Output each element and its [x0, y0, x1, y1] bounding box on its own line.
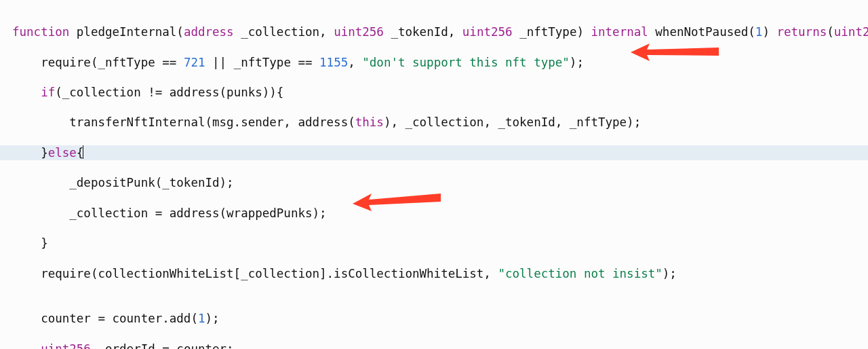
code-line: transferNftInternal(msg.sender, address(… [12, 115, 868, 130]
code-line: require(_nftType == 721 || _nftType == 1… [12, 55, 868, 70]
code-line: } [12, 236, 868, 251]
code-line: require(collectionWhiteList[_collection]… [12, 266, 868, 281]
text-cursor [83, 145, 83, 159]
code-line-highlighted: }else{ [0, 145, 868, 160]
code-line: _depositPunk(_tokenId); [12, 175, 868, 190]
code-block: function pledgeInternal(address _collect… [0, 0, 868, 349]
code-line: if(_collection != address(punks)){ [12, 85, 868, 100]
code-line: uint256 _orderId = counter; [12, 342, 868, 349]
code-line: _collection = address(wrappedPunks); [12, 206, 868, 221]
code-line: function pledgeInternal(address _collect… [12, 24, 868, 39]
code-line: counter = counter.add(1); [12, 311, 868, 326]
